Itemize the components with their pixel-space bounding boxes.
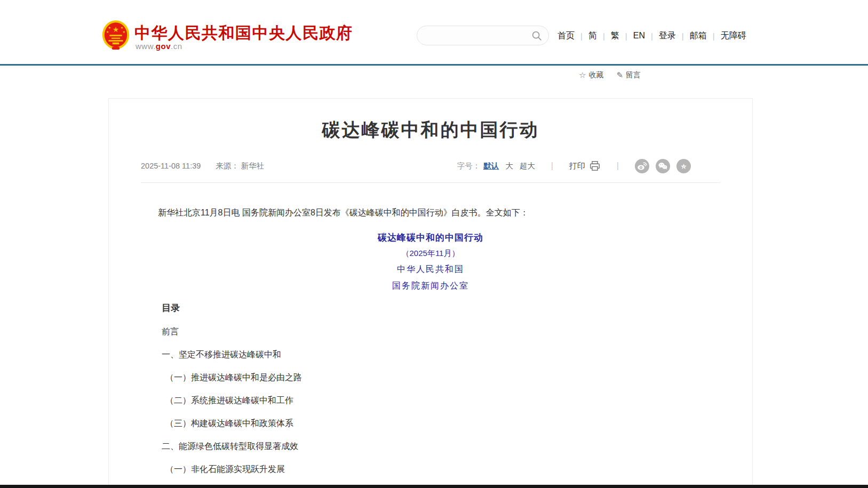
nav-traditional[interactable]: 繁	[611, 30, 619, 42]
toc-item-sec1-3: （三）构建碳达峰碳中和政策体系	[141, 418, 720, 428]
svg-text:★: ★	[108, 26, 111, 29]
toc-item-sec1-2: （二）系统推进碳达峰碳中和工作	[141, 395, 720, 405]
source-value[interactable]: 新华社	[241, 161, 265, 171]
svg-text:★: ★	[113, 26, 119, 34]
header-divider-line	[0, 64, 868, 66]
toc-item-section1: 一、坚定不移推进碳达峰碳中和	[141, 349, 720, 359]
toc-heading: 目录	[141, 302, 720, 314]
nav-separator: |	[651, 31, 653, 41]
search-icon[interactable]	[531, 30, 543, 42]
nav-separator: |	[625, 31, 627, 41]
svg-text:z: z	[683, 164, 685, 169]
fontsize-large-button[interactable]: 大	[505, 161, 513, 171]
article-toolbar: 字号： 默认 大 超大 | 打印 |	[457, 159, 691, 173]
nav-separator: |	[713, 31, 715, 41]
article-title: 碳达峰碳中和的中国行动	[141, 118, 720, 141]
nav-separator: |	[603, 31, 605, 41]
document-date: （2025年11月）	[141, 249, 720, 259]
qzone-star-share-icon[interactable]: ★ z	[676, 159, 691, 173]
printer-icon	[589, 160, 601, 172]
svg-text:★: ★	[121, 26, 124, 29]
print-button[interactable]: 打印	[569, 160, 601, 172]
comment-label: 留言	[626, 70, 641, 80]
toc-item-sec2-1: （一）非化石能源实现跃升发展	[141, 464, 720, 474]
article-meta-row: 2025-11-08 11:39 来源： 新华社 字号： 默认 大 超大 | 打…	[141, 160, 720, 172]
article-date: 2025-11-08 11:39	[141, 162, 201, 170]
search-input[interactable]	[426, 26, 527, 45]
pencil-icon: ✎	[616, 70, 623, 80]
document-title: 碳达峰碳中和的中国行动	[141, 231, 720, 244]
fontsize-label: 字号：	[457, 161, 481, 171]
site-url: www.gov.cn	[136, 42, 182, 51]
document-org-line2: 国务院新闻办公室	[141, 281, 720, 292]
toolbar-separator: |	[551, 161, 553, 171]
fontsize-xlarge-button[interactable]: 超大	[520, 161, 535, 171]
site-url-gov: gov	[156, 42, 171, 51]
page-actions: ☆ 收藏 ✎ 留言	[579, 70, 641, 80]
article-source: 来源： 新华社	[216, 161, 264, 171]
weibo-share-icon[interactable]	[635, 159, 649, 173]
nav-separator: |	[682, 31, 684, 41]
favorite-button[interactable]: ☆ 收藏	[579, 70, 603, 80]
site-url-cn: .cn	[171, 42, 182, 51]
toc-item-preface: 前言	[141, 326, 720, 337]
nav-accessibility[interactable]: 无障碍	[721, 30, 746, 42]
site-title: 中华人民共和国中央人民政府	[134, 22, 353, 44]
document-org-line1: 中华人民共和国	[141, 264, 720, 275]
share-buttons: ★ z	[635, 159, 691, 173]
nav-separator: |	[580, 31, 583, 41]
site-url-www: www.	[136, 42, 156, 51]
comment-button[interactable]: ✎ 留言	[616, 70, 641, 80]
site-header: ★ ★ ★ ★ ★ 中华人民共和国中央人民政府 www.gov.cn 首页 | …	[0, 0, 868, 65]
meta-divider-line	[141, 182, 720, 183]
article-meta: 2025-11-08 11:39 来源： 新华社	[141, 161, 264, 171]
source-label: 来源：	[216, 161, 239, 171]
national-emblem-logo: ★ ★ ★ ★ ★	[101, 20, 130, 51]
nav-english[interactable]: EN	[633, 31, 645, 41]
toc-item-section2: 二、能源绿色低碳转型取得显著成效	[141, 441, 720, 451]
viewport-bottom-bar	[0, 485, 868, 488]
fontsize-default-button[interactable]: 默认	[483, 161, 499, 171]
toc-item-sec1-1: （一）推进碳达峰碳中和是必由之路	[141, 372, 720, 382]
article-lead-paragraph: 新华社北京11月8日电 国务院新闻办公室8日发布《碳达峰碳中和的中国行动》白皮书…	[141, 207, 720, 218]
article-card: 碳达峰碳中和的中国行动 2025-11-08 11:39 来源： 新华社 字号：…	[108, 98, 753, 488]
svg-text:★: ★	[122, 30, 125, 34]
top-navigation: 首页 | 简 | 繁 | EN | 登录 | 邮箱 | 无障碍	[558, 29, 746, 42]
favorite-label: 收藏	[588, 70, 603, 80]
wechat-share-icon[interactable]	[656, 159, 670, 173]
toolbar-separator: |	[617, 161, 619, 171]
nav-mail[interactable]: 邮箱	[690, 30, 707, 42]
print-label: 打印	[569, 161, 585, 171]
nav-home[interactable]: 首页	[558, 30, 575, 42]
nav-simplified[interactable]: 简	[588, 30, 597, 42]
nav-login[interactable]: 登录	[659, 30, 676, 42]
search-box	[417, 26, 549, 45]
star-icon: ☆	[579, 70, 586, 80]
svg-text:★: ★	[106, 30, 109, 34]
